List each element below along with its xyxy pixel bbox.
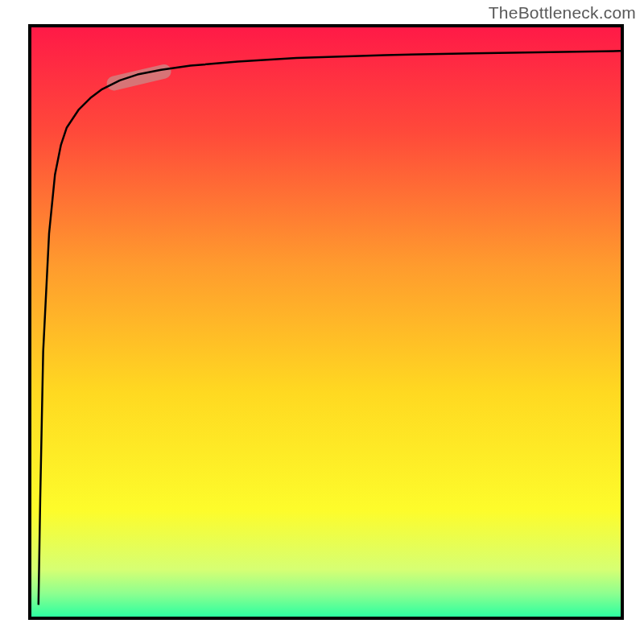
main-curve bbox=[39, 51, 621, 605]
chart-frame: TheBottleneck.com bbox=[0, 0, 644, 644]
watermark-text: TheBottleneck.com bbox=[489, 3, 636, 23]
plot-area bbox=[28, 24, 624, 620]
curve-layer bbox=[31, 27, 621, 617]
